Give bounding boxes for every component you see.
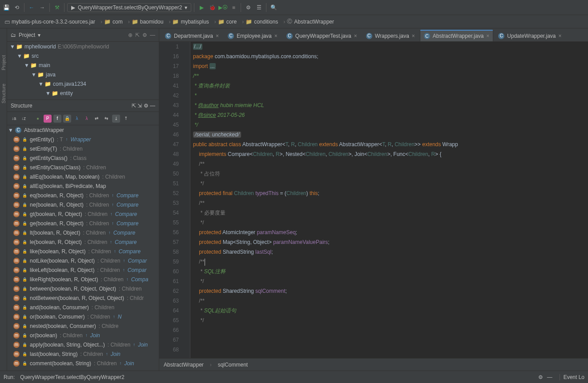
show-inherited-icon[interactable]: f bbox=[53, 115, 61, 123]
collapse-all-icon[interactable]: ⤒ bbox=[122, 115, 130, 123]
breadcrumb-item[interactable]: ›📁 com bbox=[99, 19, 125, 25]
expand-icon[interactable]: ⇲ bbox=[137, 103, 142, 109]
stop-icon[interactable]: ■ bbox=[229, 3, 238, 12]
expand-all-icon[interactable]: ⤓ bbox=[112, 115, 120, 123]
profile-icon[interactable]: ⚙ bbox=[244, 3, 253, 12]
close-icon[interactable]: × bbox=[559, 33, 562, 39]
method-row[interactable]: m🔒allEq(boolean, BiPredicate, Map bbox=[7, 181, 159, 191]
close-icon[interactable]: × bbox=[486, 33, 489, 39]
method-row[interactable]: m🔒nested(boolean, Consumer): Childre bbox=[7, 321, 159, 331]
structure-icon[interactable]: ☰ bbox=[254, 3, 263, 12]
structure-tree[interactable]: ▼ C AbstractWrapper m🔒getEntity(): T ↑Wr… bbox=[7, 125, 159, 371]
editor-tab[interactable]: CAbstractWrapper.java× bbox=[420, 30, 494, 41]
method-row[interactable]: m🔒notLike(boolean, R, Object): Children … bbox=[7, 256, 159, 265]
tree-row[interactable]: ▼📁main bbox=[7, 60, 159, 70]
project-tool-label[interactable]: Project bbox=[1, 55, 6, 70]
target-icon[interactable]: ⊕ bbox=[128, 32, 133, 38]
editor-content[interactable]: /.../package com.baomidou.mybatisplus.co… bbox=[190, 42, 588, 358]
chevron-down-icon[interactable]: ▾ bbox=[38, 32, 40, 38]
show-properties-icon[interactable]: P bbox=[44, 115, 52, 123]
method-row[interactable]: m🔒notBetween(boolean, R, Object, Object)… bbox=[7, 293, 159, 303]
close-icon[interactable]: × bbox=[354, 33, 357, 39]
autoscroll-from-icon[interactable]: ⇆ bbox=[102, 115, 110, 123]
breadcrumb-item[interactable]: ›📁 baomidou bbox=[126, 19, 165, 25]
crumb-member[interactable]: sqlComment bbox=[218, 362, 248, 368]
sort-visibility-icon[interactable]: ↓z bbox=[20, 115, 28, 123]
search-icon[interactable]: 🔍 bbox=[269, 3, 278, 12]
editor-tab[interactable]: CEmployee.java× bbox=[224, 30, 282, 41]
structure-root[interactable]: ▼ C AbstractWrapper bbox=[7, 125, 159, 135]
method-row[interactable]: m🔒like(boolean, R, Object): Children ↑Co… bbox=[7, 247, 159, 256]
coverage-icon[interactable]: ▶⦿ bbox=[218, 3, 227, 12]
hide-icon[interactable]: — bbox=[545, 373, 554, 382]
method-row[interactable]: m🔒setEntityClass(Class): Children bbox=[7, 163, 159, 172]
editor-breadcrumb[interactable]: AbstractWrapper › sqlComment bbox=[159, 358, 588, 371]
folding-gutter[interactable] bbox=[182, 42, 190, 358]
tree-row[interactable]: ▼📁mphelloworld E:\0065\mphelloworld bbox=[7, 42, 159, 51]
method-row[interactable]: m🔒likeLeft(boolean, R, Object): Children… bbox=[7, 265, 159, 275]
gear-icon[interactable]: ⚙ bbox=[144, 103, 149, 109]
debug-icon[interactable]: 🐞 bbox=[208, 3, 217, 12]
breadcrumb-item[interactable]: ›📁 conditions bbox=[240, 19, 280, 25]
method-row[interactable]: m🔒lt(boolean, R, Object): Children ↑Comp… bbox=[7, 228, 159, 237]
back-icon[interactable]: ← bbox=[27, 3, 36, 12]
autoscroll-src-icon[interactable]: ⇄ bbox=[93, 115, 101, 123]
build-icon[interactable]: ⚒ bbox=[52, 3, 61, 12]
tree-row[interactable]: ▼📁entity bbox=[7, 88, 159, 98]
breadcrumb-item[interactable]: ›📁 core bbox=[213, 19, 238, 25]
structure-tool-label[interactable]: Structure bbox=[1, 84, 6, 104]
method-row[interactable]: m🔒ne(boolean, R, Object): Children ↑Comp… bbox=[7, 200, 159, 209]
close-icon[interactable]: × bbox=[274, 33, 278, 39]
run-icon[interactable]: ▶ bbox=[197, 3, 206, 12]
show-lambdas-icon[interactable]: λ bbox=[83, 115, 91, 123]
show-anon-icon[interactable]: λ bbox=[73, 115, 81, 123]
run-config-indicator[interactable]: QueryWrapperTest.selectByQueryWrapper2 bbox=[20, 374, 124, 380]
event-log-button[interactable]: Event Lo bbox=[560, 374, 584, 380]
tree-row[interactable]: ▼📁com.java1234 bbox=[7, 79, 159, 88]
run-config-select[interactable]: ▶ QueryWrapperTest.selectByQueryWrapper2… bbox=[67, 3, 191, 12]
method-row[interactable]: m🔒le(boolean, R, Object): Children ↑Comp… bbox=[7, 237, 159, 247]
editor-tab[interactable]: CWrappers.java× bbox=[362, 30, 419, 41]
method-row[interactable]: m🔒getEntity(): T ↑Wrapper bbox=[7, 135, 159, 144]
method-row[interactable]: m🔒or(boolean): Children ↑Join bbox=[7, 331, 159, 340]
project-tree[interactable]: ▼📁mphelloworld E:\0065\mphelloworld▼📁src… bbox=[7, 42, 159, 100]
method-row[interactable]: m🔒eq(boolean, R, Object): Children ↑Comp… bbox=[7, 191, 159, 200]
method-row[interactable]: m🔒getEntityClass(): Class bbox=[7, 153, 159, 163]
editor-tab[interactable]: CDepartment.java× bbox=[161, 30, 223, 41]
breadcrumb-item[interactable]: 🗃 mybatis-plus-core-3.3.2-sources.jar bbox=[3, 19, 97, 25]
close-icon[interactable]: × bbox=[412, 33, 415, 39]
hide-icon[interactable]: — bbox=[150, 32, 155, 38]
collapse-icon[interactable]: ⇱ bbox=[135, 32, 140, 38]
method-row[interactable]: m🔒ge(boolean, R, Object): Children ↑Comp… bbox=[7, 219, 159, 228]
collapse-icon[interactable]: ⇱ bbox=[132, 103, 136, 109]
editor-tab[interactable]: CQueryWrapperTest.java× bbox=[282, 30, 361, 41]
method-row[interactable]: m🔒setEntity(T): Children bbox=[7, 144, 159, 153]
method-row[interactable]: m🔒last(boolean, String): Children ↑Join bbox=[7, 349, 159, 359]
method-row[interactable]: m🔒allEq(boolean, Map, boolean): Children bbox=[7, 172, 159, 181]
show-fields-icon[interactable]: ● bbox=[34, 115, 42, 123]
method-row[interactable]: m🔒likeRight(boolean, R, Object): Childre… bbox=[7, 275, 159, 284]
method-row[interactable]: m🔒comment(boolean, String): Children ↑Jo… bbox=[7, 359, 159, 368]
tree-row[interactable]: ▼📁java bbox=[7, 70, 159, 79]
method-row[interactable]: m🔒or(boolean, Consumer): Children ↑N bbox=[7, 312, 159, 321]
code-editor[interactable]: 1161718414243444546474849505152535455565… bbox=[159, 42, 588, 358]
method-row[interactable]: m🔒between(boolean, R, Object, Object): C… bbox=[7, 284, 159, 293]
hide-icon[interactable]: — bbox=[150, 103, 155, 109]
show-nonpublic-icon[interactable]: 🔒 bbox=[63, 115, 71, 123]
method-row[interactable]: m🔒apply(boolean, String, Object...): Chi… bbox=[7, 340, 159, 349]
method-row[interactable]: m🔒gt(boolean, R, Object): Children ↑Comp… bbox=[7, 209, 159, 219]
tree-row[interactable]: ▼📁src bbox=[7, 51, 159, 60]
refresh-icon[interactable]: ⟲ bbox=[12, 3, 21, 12]
gear-icon[interactable]: ⚙ bbox=[536, 373, 545, 382]
sort-alpha-icon[interactable]: ↓a bbox=[10, 115, 18, 123]
crumb-class[interactable]: AbstractWrapper bbox=[164, 362, 204, 368]
forward-icon[interactable]: → bbox=[38, 3, 47, 12]
editor-tab[interactable]: CUpdateWrapper.java× bbox=[494, 30, 565, 41]
method-row[interactable]: m🔒and(boolean, Consumer): Children bbox=[7, 303, 159, 312]
breadcrumb-item[interactable]: ›Ⓒ AbstractWrapper bbox=[282, 18, 336, 25]
breadcrumb-item[interactable]: ›📁 mybatisplus bbox=[167, 19, 210, 25]
close-icon[interactable]: × bbox=[216, 33, 219, 39]
gear-icon[interactable]: ⚙ bbox=[142, 32, 147, 38]
save-icon[interactable]: 💾 bbox=[2, 3, 11, 12]
editor-gutter[interactable]: 1161718414243444546474849505152535455565… bbox=[159, 42, 182, 358]
